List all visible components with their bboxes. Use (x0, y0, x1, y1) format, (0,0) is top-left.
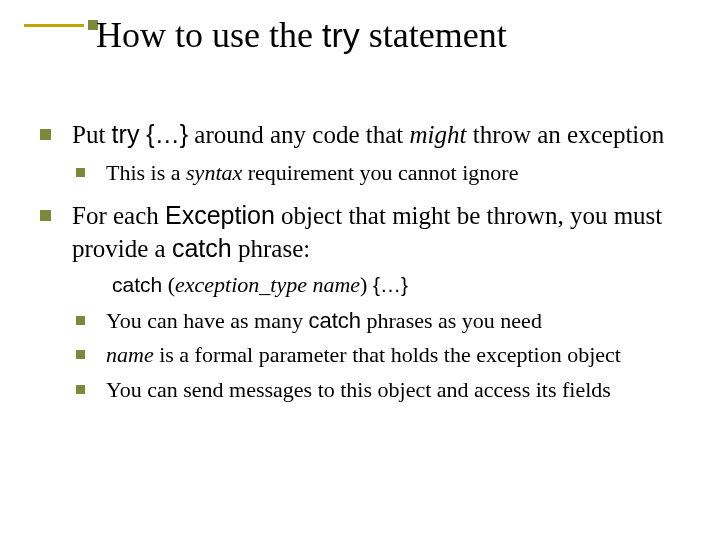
catch-braces: {…} (373, 273, 408, 296)
accent-line (24, 24, 84, 27)
catch-syntax-line: catch (exception_type name) {…} (92, 271, 686, 299)
slide-body: Put try {…} around any code that might t… (36, 118, 686, 416)
bullet-2: For each Exception object that might be … (36, 199, 686, 404)
title-pre: How to use the (96, 15, 322, 55)
b1-mid: around any code that (188, 121, 409, 148)
slide: How to use the try statement Put try {…}… (0, 0, 720, 540)
bullet-list: Put try {…} around any code that might t… (36, 118, 686, 404)
title-post: statement (360, 15, 507, 55)
bullet-1-sublist: This is a syntax requirement you cannot … (72, 159, 686, 187)
b2s2-post: is a formal parameter that holds the exc… (154, 342, 621, 367)
bullet-2-sub-1: You can have as many catch phrases as yo… (72, 307, 686, 335)
b2-post: phrase: (232, 235, 310, 262)
b1s1-pre: This is a (106, 160, 186, 185)
b2s1-post: phrases as you need (361, 308, 542, 333)
bullet-2-catchline-wrap: catch (exception_type name) {…} (72, 271, 686, 299)
bullet-2-sub-2: name is a formal parameter that holds th… (72, 341, 686, 369)
catch-params: exception_type name (175, 272, 360, 297)
bullet-1-sub-1: This is a syntax requirement you cannot … (72, 159, 686, 187)
catch-open: ( (162, 272, 175, 297)
b2-code2: catch (172, 234, 232, 262)
b2s3-text: You can send messages to this object and… (106, 377, 611, 402)
b1s1-post: requirement you cannot ignore (242, 160, 518, 185)
catch-kw: catch (112, 273, 162, 296)
b1-code: try {…} (112, 120, 188, 148)
b1-post: throw an exception (466, 121, 664, 148)
b1-pre: Put (72, 121, 112, 148)
b1s1-ital: syntax (186, 160, 242, 185)
bullet-1: Put try {…} around any code that might t… (36, 118, 686, 187)
b2s1-code: catch (308, 308, 361, 333)
b2s1-pre: You can have as many (106, 308, 308, 333)
bullet-2-sublist: You can have as many catch phrases as yo… (72, 307, 686, 403)
b2-code1: Exception (165, 201, 275, 229)
b1-ital: might (409, 121, 466, 148)
b2s2-ital: name (106, 342, 154, 367)
title-code: try (322, 16, 360, 54)
b2-pre: For each (72, 202, 165, 229)
catch-close: ) (360, 272, 373, 297)
bullet-2-sub-3: You can send messages to this object and… (72, 376, 686, 404)
slide-title: How to use the try statement (96, 16, 507, 56)
